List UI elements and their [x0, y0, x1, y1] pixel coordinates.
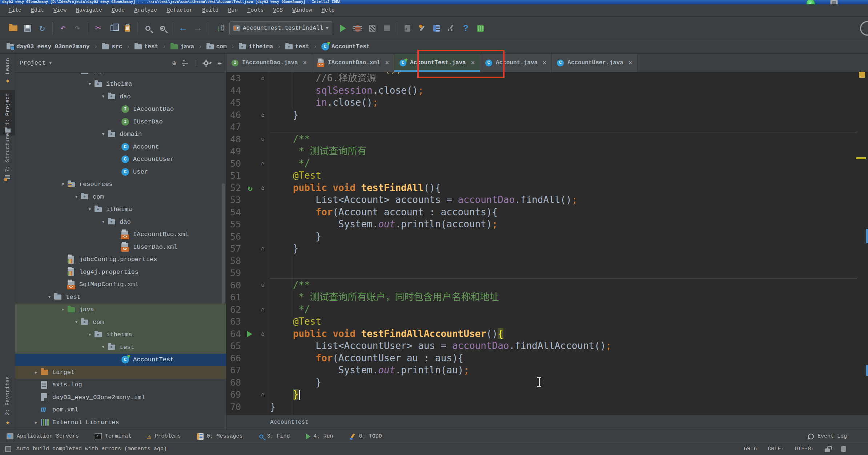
line-number[interactable]: 57 [226, 243, 241, 255]
line-number[interactable]: 65 [226, 340, 241, 352]
tool-strip--structure[interactable]: 7: Structure [0, 130, 15, 183]
tree-row-IAccountDao[interactable]: IIAccountDao [15, 103, 226, 116]
tree-row-com[interactable]: ▼com [15, 191, 226, 203]
tree-row-AccountTest[interactable]: CAccountTest [15, 354, 226, 366]
project-structure-icon[interactable] [429, 21, 444, 36]
tree-row-External-Libraries[interactable]: ▶External Libraries [15, 416, 226, 429]
toolwindow-button-terminal[interactable]: >_Terminal [95, 433, 131, 439]
tree-row-dao[interactable]: ▼dao [15, 90, 226, 103]
fold-marker-icon[interactable]: ⌂ [258, 109, 267, 121]
settings-wrench-icon[interactable] [415, 21, 429, 36]
toolwindow-button-problems[interactable]: ⚠Problems [147, 432, 181, 441]
menu-item-view[interactable]: View [49, 4, 71, 16]
editor-breadcrumb-item[interactable]: AccountTest [270, 419, 309, 426]
cut-icon[interactable]: ✂ [91, 21, 105, 36]
fold-marker-icon[interactable]: ⌂ [258, 389, 267, 401]
line-number[interactable]: 67 [226, 364, 241, 377]
cleanup-icon[interactable] [444, 21, 458, 36]
stop-icon[interactable] [379, 21, 394, 36]
sync-icon[interactable]: ↻ [35, 21, 49, 36]
close-icon[interactable]: × [543, 60, 546, 66]
fold-marker-icon[interactable]: ⌂ [258, 304, 267, 316]
tree-row-test[interactable]: ▼test [15, 291, 226, 304]
collapse-all-icon[interactable] [182, 60, 188, 66]
toolwindow-button-3-find[interactable]: 3: Find [259, 433, 290, 439]
line-number[interactable]: 45 [226, 97, 241, 109]
tool-strip--project[interactable]: 1: Project [0, 90, 15, 135]
line-number[interactable]: 50 [226, 158, 241, 170]
close-icon[interactable]: × [628, 60, 632, 66]
run-test-icon[interactable] [247, 331, 252, 337]
breadcrumb-item-com[interactable]: com [205, 44, 228, 50]
menu-item-navigate[interactable]: Navigate [71, 4, 107, 16]
breadcrumb-item-itheima[interactable]: itheima [237, 44, 274, 50]
skip-icon[interactable] [400, 21, 415, 36]
plugin-icon[interactable] [473, 21, 487, 36]
help-icon[interactable]: ? [458, 21, 473, 36]
line-number[interactable]: 44 [226, 85, 241, 97]
inspection-status-square[interactable] [859, 72, 865, 78]
line-number[interactable]: 55 [226, 218, 241, 231]
toolwindow-button-4-run[interactable]: 4: Run [306, 433, 333, 439]
fold-marker-icon[interactable]: ⌂ [258, 328, 267, 340]
tree-row-IUserDao-xml[interactable]: IUserDao.xml [15, 241, 226, 253]
line-number[interactable]: 56 [226, 231, 241, 243]
open-icon[interactable] [6, 21, 20, 36]
run-icon[interactable] [336, 21, 350, 36]
line-number[interactable]: 52 [226, 182, 241, 194]
tree-expand-icon[interactable]: ▼ [99, 220, 108, 224]
menu-item-edit[interactable]: Edit [26, 4, 49, 16]
tree-expand-icon[interactable]: ▼ [85, 82, 95, 86]
editor-breadcrumb-bar[interactable]: AccountTest [226, 415, 868, 430]
line-number[interactable]: 53 [226, 194, 241, 206]
tree-row-Account[interactable]: CAccount [15, 141, 226, 153]
tree-row-axis-log[interactable]: axis.log [15, 379, 226, 391]
tree-expand-icon[interactable]: ▼ [85, 333, 95, 337]
save-icon[interactable] [20, 21, 35, 36]
tree-row-IAccountDao-xml[interactable]: IAccountDao.xml [15, 228, 226, 241]
toolwindow-button-application-servers[interactable]: Application Servers [7, 433, 79, 439]
close-icon[interactable]: × [303, 60, 307, 66]
line-number[interactable]: 46 [226, 109, 241, 121]
fold-marker-icon[interactable]: ⌂ [258, 72, 267, 85]
line-number[interactable]: 54 [226, 206, 241, 219]
search-icon[interactable] [141, 21, 155, 36]
line-number[interactable]: 66 [226, 352, 241, 365]
toolwindow-button-6-todo[interactable]: 6: TODO [349, 433, 382, 440]
breadcrumb-item-AccountTest[interactable]: CAccountTest [320, 43, 371, 50]
tool-strip-favorites[interactable]: 2: Favorites★ [0, 373, 15, 429]
toolwindow-toggle-icon[interactable] [5, 446, 11, 452]
undo-icon[interactable]: ↶ [56, 21, 70, 36]
breadcrumb-item-day03_eesy_03one2many[interactable]: day03_eesy_03one2many [5, 44, 91, 50]
copy-icon[interactable] [105, 21, 120, 36]
tree-row-pom-xml[interactable]: mpom.xml [15, 404, 226, 417]
menu-item-run[interactable]: Run [223, 4, 242, 16]
tree-row-dao[interactable]: ▼dao [15, 216, 226, 228]
line-number[interactable]: 64 [226, 328, 241, 340]
event-log-button[interactable]: Event Log [808, 433, 861, 439]
tree-expand-icon[interactable]: ▼ [45, 295, 54, 299]
tree-row-test[interactable]: ▼test [15, 341, 226, 354]
fold-marker-icon[interactable]: ⌂ [258, 243, 267, 255]
editor-tab-IAccountDao-java[interactable]: IIAccountDao.java× [226, 54, 312, 72]
line-separator-widget[interactable]: CRLF↕ [768, 446, 784, 452]
line-number[interactable]: 59 [226, 267, 241, 279]
line-number[interactable]: 62 [226, 304, 241, 316]
back-icon[interactable]: ← [176, 21, 190, 36]
tree-row-log4j-properties[interactable]: log4j.properties [15, 266, 226, 279]
tree-row-itheima[interactable]: ▼itheima [15, 203, 226, 216]
coverage-icon[interactable] [365, 21, 379, 36]
line-number[interactable]: 63 [226, 316, 241, 328]
forward-icon[interactable]: → [190, 21, 205, 36]
tree-row-target[interactable]: ▶target [15, 366, 226, 379]
tree-expand-icon[interactable]: ▼ [58, 308, 68, 312]
tree-expand-icon[interactable]: ▼ [99, 132, 108, 137]
caret-position-widget[interactable]: 69:6 [744, 446, 757, 452]
toolwindow-button-0-messages[interactable]: 0: Messages [197, 433, 243, 440]
tree-expand-icon[interactable]: ▼ [72, 73, 81, 74]
tree-row-resources[interactable]: ▼resources [15, 178, 226, 191]
line-number[interactable]: 70 [226, 401, 241, 413]
line-number[interactable]: 58 [226, 255, 241, 267]
tree-expand-icon[interactable]: ▼ [72, 195, 81, 199]
tree-expand-icon[interactable]: ▼ [99, 345, 108, 349]
